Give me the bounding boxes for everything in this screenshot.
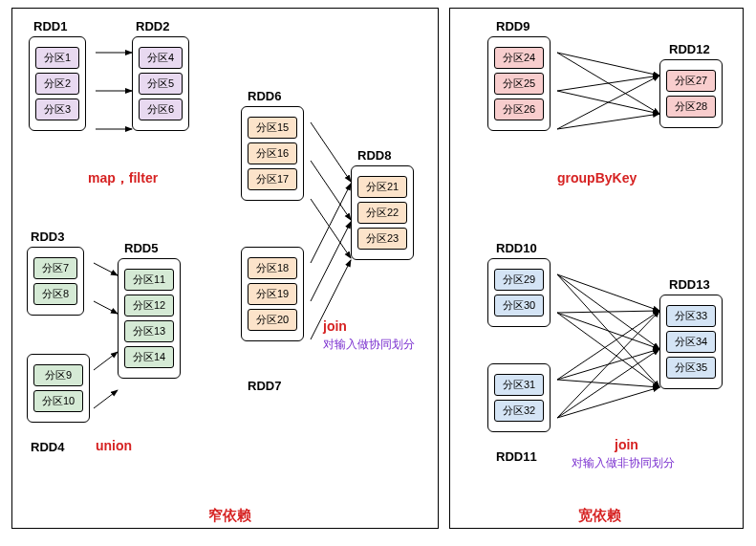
rdd12-box: 分区27 分区28	[659, 59, 723, 128]
caption-join2-note: 对输入做非协同划分	[572, 455, 675, 471]
partition: 分区33	[666, 305, 716, 327]
partition: 分区20	[248, 309, 297, 331]
partition: 分区9	[33, 364, 83, 386]
partition: 分区10	[33, 390, 83, 412]
partition: 分区5	[139, 73, 183, 95]
caption-union: union	[96, 438, 132, 453]
caption-join1: join	[323, 318, 347, 334]
rdd1-label: RDD1	[33, 19, 67, 33]
rdd3-box: 分区7 分区8	[27, 247, 84, 316]
rdd9-box: 分区24 分区25 分区26	[487, 36, 551, 131]
caption-mapfilter: map，filter	[88, 170, 158, 187]
partition: 分区4	[139, 47, 183, 69]
rdd12-label: RDD12	[669, 42, 710, 56]
rdd13-box: 分区33 分区34 分区35	[659, 295, 723, 389]
partition: 分区25	[494, 73, 544, 95]
rdd2-label: RDD2	[136, 19, 169, 33]
partition: 分区29	[494, 269, 544, 291]
partition: 分区27	[666, 70, 716, 92]
partition: 分区31	[494, 374, 544, 396]
partition: 分区2	[35, 73, 79, 95]
partition: 分区17	[248, 168, 297, 190]
section-wide: 宽依赖	[578, 507, 621, 525]
caption-groupbykey: groupByKey	[557, 170, 637, 186]
rdd13-label: RDD13	[669, 277, 710, 292]
rdd6-label: RDD6	[248, 89, 281, 103]
rdd5-box: 分区11 分区12 分区13 分区14	[118, 258, 181, 379]
rdd11-label: RDD11	[496, 449, 537, 464]
caption-join1-note: 对输入做协同划分	[323, 337, 415, 353]
rdd2-box: 分区4 分区5 分区6	[132, 36, 189, 131]
rdd9-label: RDD9	[496, 19, 529, 33]
caption-join2-text: join	[615, 437, 638, 452]
partition: 分区13	[124, 320, 174, 342]
partition: 分区8	[33, 283, 77, 305]
rdd6-box: 分区15 分区16 分区17	[241, 106, 304, 201]
section-narrow: 窄依赖	[208, 507, 251, 525]
partition: 分区24	[494, 47, 544, 69]
partition: 分区15	[248, 117, 297, 139]
partition: 分区6	[139, 98, 183, 120]
partition: 分区21	[357, 176, 407, 198]
rdd7-box: 分区18 分区19 分区20	[241, 247, 304, 341]
rdd8-box: 分区21 分区22 分区23	[351, 165, 414, 260]
partition: 分区14	[124, 346, 174, 368]
partition: 分区19	[248, 283, 297, 305]
rdd8-label: RDD8	[357, 148, 391, 163]
partition: 分区22	[357, 202, 407, 224]
partition: 分区23	[357, 228, 407, 250]
partition: 分区18	[248, 257, 297, 279]
rdd3-label: RDD3	[31, 229, 64, 244]
rdd10-label: RDD10	[496, 241, 537, 255]
partition: 分区28	[666, 96, 716, 118]
partition: 分区11	[124, 269, 174, 291]
partition: 分区35	[666, 357, 716, 379]
partition: 分区7	[33, 257, 77, 279]
partition: 分区26	[494, 98, 544, 120]
rdd7-label: RDD7	[248, 379, 281, 393]
rdd11-box: 分区31 分区32	[487, 363, 551, 432]
partition: 分区1	[35, 47, 79, 69]
partition: 分区34	[666, 331, 716, 353]
rdd4-label: RDD4	[31, 440, 64, 454]
rdd5-label: RDD5	[124, 241, 158, 255]
partition: 分区30	[494, 295, 544, 317]
partition: 分区16	[248, 142, 297, 164]
rdd1-box: 分区1 分区2 分区3	[29, 36, 86, 131]
partition: 分区3	[35, 98, 79, 120]
rdd10-box: 分区29 分区30	[487, 258, 551, 327]
caption-join2: join	[615, 437, 638, 452]
partition: 分区32	[494, 400, 544, 422]
partition: 分区12	[124, 295, 174, 317]
caption-join1-text: join	[323, 318, 347, 334]
rdd4-box: 分区9 分区10	[27, 354, 90, 423]
